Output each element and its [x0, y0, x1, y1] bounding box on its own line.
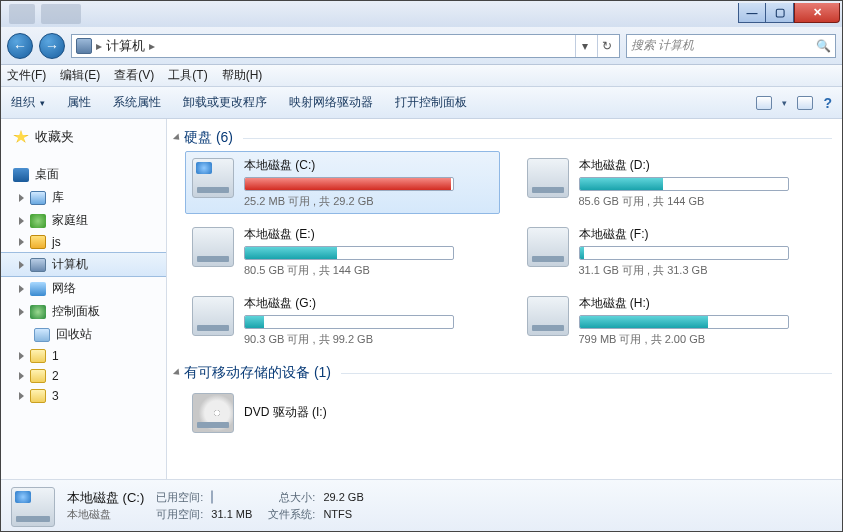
nav-back-button[interactable]: ←	[7, 33, 33, 59]
breadcrumb-sep: ▸	[96, 39, 102, 53]
drive-name: 本地磁盘 (G:)	[244, 295, 493, 312]
usage-bar	[244, 315, 454, 329]
menu-edit[interactable]: 编辑(E)	[60, 67, 100, 84]
sidebar-item-js[interactable]: js	[1, 232, 166, 252]
command-bar: 组织▾ 属性 系统属性 卸载或更改程序 映射网络驱动器 打开控制面板 ▾ ?	[1, 87, 842, 119]
drive-icon	[527, 158, 569, 198]
menu-help[interactable]: 帮助(H)	[222, 67, 263, 84]
details-subtitle: 本地磁盘	[67, 507, 144, 522]
refresh-button[interactable]: ↻	[597, 35, 615, 57]
breadcrumb-location[interactable]: 计算机	[106, 37, 145, 55]
desktop-icon	[13, 168, 29, 182]
folder-icon	[30, 369, 46, 383]
dvd-icon	[192, 393, 234, 433]
sidebar-folder-1[interactable]: 1	[1, 346, 166, 366]
star-icon	[13, 130, 29, 144]
collapse-icon[interactable]	[173, 368, 182, 377]
folder-icon	[30, 235, 46, 249]
group-header-removable[interactable]: 有可移动存储的设备 (1)	[169, 358, 834, 386]
computer-icon	[30, 258, 46, 272]
sidebar-computer[interactable]: 计算机	[1, 252, 166, 277]
uninstall-button[interactable]: 卸载或更改程序	[183, 94, 267, 111]
maximize-button[interactable]: ▢	[766, 3, 794, 23]
usage-bar	[579, 177, 789, 191]
drive-item[interactable]: 本地磁盘 (F:) 31.1 GB 可用 , 共 31.3 GB	[520, 220, 835, 283]
expand-icon[interactable]	[19, 308, 24, 316]
organize-button[interactable]: 组织▾	[11, 94, 45, 111]
drive-item[interactable]: 本地磁盘 (D:) 85.6 GB 可用 , 共 144 GB	[520, 151, 835, 214]
content-pane[interactable]: 硬盘 (6) 本地磁盘 (C:) 25.2 MB 可用 , 共 29.2 GB …	[167, 119, 842, 479]
minimize-button[interactable]: —	[738, 3, 766, 23]
sidebar-desktop[interactable]: 桌面	[1, 163, 166, 186]
used-space-bar	[211, 491, 252, 503]
expand-icon[interactable]	[19, 261, 24, 269]
group-header-hdd[interactable]: 硬盘 (6)	[169, 123, 834, 151]
computer-icon	[76, 38, 92, 54]
expand-icon[interactable]	[19, 238, 24, 246]
drive-item[interactable]: 本地磁盘 (G:) 90.3 GB 可用 , 共 99.2 GB	[185, 289, 500, 352]
drive-item[interactable]: 本地磁盘 (C:) 25.2 MB 可用 , 共 29.2 GB	[185, 151, 500, 214]
homegroup-icon	[30, 214, 46, 228]
menu-tools[interactable]: 工具(T)	[168, 67, 207, 84]
window-controls: — ▢ ✕	[738, 3, 840, 23]
drive-icon	[192, 296, 234, 336]
map-drive-button[interactable]: 映射网络驱动器	[289, 94, 373, 111]
breadcrumb-sep: ▸	[149, 39, 155, 53]
drive-stat: 25.2 MB 可用 , 共 29.2 GB	[244, 194, 493, 209]
drive-icon	[11, 487, 55, 527]
sidebar-favorites[interactable]: 收藏夹	[1, 125, 166, 149]
address-bar[interactable]: ▸ 计算机 ▸ ▾ ↻	[71, 34, 620, 58]
control-panel-button[interactable]: 打开控制面板	[395, 94, 467, 111]
folder-icon	[30, 349, 46, 363]
view-dropdown-icon[interactable]: ▾	[782, 98, 787, 108]
drive-stat: 80.5 GB 可用 , 共 144 GB	[244, 263, 493, 278]
close-button[interactable]: ✕	[794, 3, 840, 23]
properties-button[interactable]: 属性	[67, 94, 91, 111]
menu-bar: 文件(F) 编辑(E) 查看(V) 工具(T) 帮助(H)	[1, 65, 842, 87]
body: 收藏夹 桌面 库 家庭组 js 计算机 网络 控制面板 回收站 1 2 3 硬盘…	[1, 119, 842, 479]
drive-item[interactable]: 本地磁盘 (E:) 80.5 GB 可用 , 共 144 GB	[185, 220, 500, 283]
drive-stat: 31.1 GB 可用 , 共 31.3 GB	[579, 263, 828, 278]
sidebar-homegroup[interactable]: 家庭组	[1, 209, 166, 232]
filesystem-value: NTFS	[323, 508, 363, 520]
nav-forward-button[interactable]: →	[39, 33, 65, 59]
view-mode-icon[interactable]	[756, 96, 772, 110]
preview-pane-icon[interactable]	[797, 96, 813, 110]
sidebar-control-panel[interactable]: 控制面板	[1, 300, 166, 323]
expand-icon[interactable]	[19, 285, 24, 293]
drive-item[interactable]: DVD 驱动器 (I:)	[185, 386, 485, 438]
sidebar-folder-2[interactable]: 2	[1, 366, 166, 386]
drive-name: DVD 驱动器 (I:)	[244, 404, 478, 421]
menu-file[interactable]: 文件(F)	[7, 67, 46, 84]
navigation-pane[interactable]: 收藏夹 桌面 库 家庭组 js 计算机 网络 控制面板 回收站 1 2 3	[1, 119, 167, 479]
address-dropdown[interactable]: ▾	[575, 35, 593, 57]
usage-bar	[579, 315, 789, 329]
expand-icon[interactable]	[19, 392, 24, 400]
sidebar-network[interactable]: 网络	[1, 277, 166, 300]
drive-icon	[192, 227, 234, 267]
drive-name: 本地磁盘 (C:)	[244, 157, 493, 174]
collapse-icon[interactable]	[173, 133, 182, 142]
drives-grid: 本地磁盘 (C:) 25.2 MB 可用 , 共 29.2 GB 本地磁盘 (D…	[169, 151, 834, 352]
expand-icon[interactable]	[19, 217, 24, 225]
network-icon	[30, 282, 46, 296]
expand-icon[interactable]	[19, 372, 24, 380]
drive-name: 本地磁盘 (H:)	[579, 295, 828, 312]
details-title: 本地磁盘 (C:)	[67, 489, 144, 507]
used-space-label: 已用空间:	[156, 490, 203, 505]
sidebar-recycle-bin[interactable]: 回收站	[1, 323, 166, 346]
help-icon[interactable]: ?	[823, 95, 832, 111]
drive-stat: 85.6 GB 可用 , 共 144 GB	[579, 194, 828, 209]
drive-item[interactable]: 本地磁盘 (H:) 799 MB 可用 , 共 2.00 GB	[520, 289, 835, 352]
system-properties-button[interactable]: 系统属性	[113, 94, 161, 111]
expand-icon[interactable]	[19, 352, 24, 360]
titlebar[interactable]: — ▢ ✕	[1, 1, 842, 27]
search-input[interactable]: 搜索 计算机 🔍	[626, 34, 836, 58]
search-placeholder: 搜索 计算机	[631, 37, 694, 54]
sidebar-folder-3[interactable]: 3	[1, 386, 166, 406]
sidebar-libraries[interactable]: 库	[1, 186, 166, 209]
details-pane: 本地磁盘 (C:) 本地磁盘 已用空间: 总大小: 29.2 GB 可用空间: …	[1, 479, 842, 531]
explorer-window: — ▢ ✕ ← → ▸ 计算机 ▸ ▾ ↻ 搜索 计算机 🔍 文件(F) 编辑(…	[0, 0, 843, 532]
menu-view[interactable]: 查看(V)	[114, 67, 154, 84]
expand-icon[interactable]	[19, 194, 24, 202]
